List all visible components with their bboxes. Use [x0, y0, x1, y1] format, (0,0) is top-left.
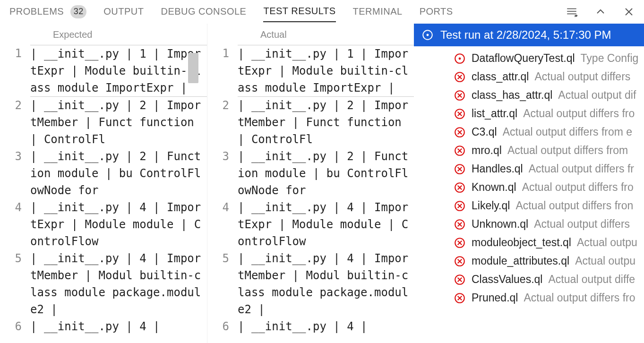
line-number: 4	[0, 199, 30, 250]
tab-terminal[interactable]: TERMINAL	[353, 1, 403, 22]
expected-header: Expected	[0, 24, 207, 45]
test-results-panel: Test run at 2/28/2024, 5:17:30 PM Datafl…	[414, 24, 644, 343]
test-item[interactable]: list_attr.qlActual output differs fro	[414, 104, 644, 123]
test-item[interactable]: class_has_attr.qlActual output dif	[414, 86, 644, 104]
code-row: 1| __init__.py | 1 | ImportExpr | Module…	[0, 45, 207, 97]
test-message: Actual output differs fro	[523, 107, 635, 120]
test-message: Type Config	[581, 52, 639, 65]
svg-point-9	[427, 34, 429, 36]
code-line[interactable]: | __init__.py | 4 | ImportExpr | Module …	[30, 199, 207, 250]
code-line[interactable]: | __init__.py | 1 | ImportExpr | Module …	[30, 45, 207, 97]
test-name: Pruned.ql	[472, 292, 518, 304]
test-message: Actual output differs fr	[529, 163, 634, 175]
test-name: class_has_attr.ql	[472, 89, 552, 102]
test-item[interactable]: ClassValues.qlActual output diffe	[414, 270, 644, 289]
test-message: Actual outpu	[577, 236, 637, 249]
tab-problems-label: PROBLEMS	[9, 6, 64, 16]
line-number: 4	[207, 199, 238, 250]
tab-debug-console[interactable]: DEBUG CONSOLE	[161, 1, 246, 22]
fail-icon	[454, 163, 466, 175]
svg-point-11	[459, 57, 461, 60]
test-name: C3.ql	[472, 126, 497, 138]
line-number: 6	[0, 318, 30, 335]
panel-tab-bar: PROBLEMS 32 OUTPUT DEBUG CONSOLE TEST RE…	[0, 0, 644, 24]
test-item[interactable]: Unknown.qlActual output differs	[414, 215, 644, 233]
code-row: 4| __init__.py | 4 | ImportExpr | Module…	[0, 199, 207, 250]
expected-body[interactable]: 1| __init__.py | 1 | ImportExpr | Module…	[0, 45, 207, 343]
line-number: 3	[0, 148, 30, 199]
code-line[interactable]: | __init__.py | 2 | Function module | bu…	[238, 148, 414, 199]
code-row: 1| __init__.py | 1 | ImportExpr | Module…	[207, 45, 414, 97]
tab-problems[interactable]: PROBLEMS 32	[9, 0, 86, 23]
test-item[interactable]: Likely.qlActual output differs fron	[414, 197, 644, 215]
test-name: Handles.ql	[472, 163, 523, 175]
fail-icon	[454, 218, 466, 231]
error-dot-icon	[454, 52, 466, 65]
code-line[interactable]: | __init__.py | 2 | ImportMember | Funct…	[238, 97, 414, 148]
expected-column: Expected 1| __init__.py | 1 | ImportExpr…	[0, 24, 207, 343]
code-row: 6| __init__.py | 4 |	[207, 318, 414, 335]
test-message: Actual output differs from	[507, 144, 628, 157]
code-row: 5| __init__.py | 4 | ImportMember | Modu…	[0, 250, 207, 318]
test-run-header-label: Test run at 2/28/2024, 5:17:30 PM	[440, 28, 611, 42]
filter-icon[interactable]	[566, 6, 578, 18]
tab-test-results[interactable]: TEST RESULTS	[263, 1, 335, 22]
actual-body[interactable]: 1| __init__.py | 1 | ImportExpr | Module…	[207, 45, 414, 343]
test-name: Known.ql	[472, 181, 516, 194]
test-message: Actual output differs from e	[503, 126, 632, 138]
test-item[interactable]: mro.qlActual output differs from	[414, 141, 644, 160]
actual-header: Actual	[207, 24, 414, 45]
close-icon[interactable]	[623, 6, 635, 17]
test-item[interactable]: Known.qlActual output differs fro	[414, 178, 644, 197]
test-name: class_attr.ql	[472, 70, 529, 83]
test-message: Actual output differs	[534, 218, 630, 231]
line-number: 5	[207, 250, 238, 318]
tab-output[interactable]: OUTPUT	[103, 1, 144, 22]
test-item[interactable]: Handles.qlActual output differs fr	[414, 160, 644, 178]
line-number: 3	[207, 148, 238, 199]
diff-panel: Expected 1| __init__.py | 1 | ImportExpr…	[0, 24, 414, 343]
test-message: Actual outpu	[575, 255, 635, 267]
fail-icon	[454, 108, 466, 120]
test-run-header[interactable]: Test run at 2/28/2024, 5:17:30 PM	[414, 24, 644, 46]
test-name: mro.ql	[472, 144, 502, 157]
test-name: Unknown.ql	[472, 218, 528, 231]
code-line[interactable]: | __init__.py | 4 | ImportMember | Modul…	[238, 250, 414, 318]
test-item[interactable]: DataflowQueryTest.qlType Config	[414, 49, 644, 68]
test-name: DataflowQueryTest.ql	[472, 52, 575, 65]
code-line[interactable]: | __init__.py | 2 | ImportMember | Funct…	[30, 97, 207, 148]
test-item[interactable]: Pruned.qlActual output differs fro	[414, 289, 644, 307]
line-number: 1	[207, 45, 238, 97]
line-number: 5	[0, 250, 30, 318]
test-name: ClassValues.ql	[472, 273, 542, 286]
code-line[interactable]: | __init__.py | 2 | Function module | bu…	[30, 148, 207, 199]
test-item[interactable]: moduleobject_test.qlActual outpu	[414, 233, 644, 252]
test-item[interactable]: C3.qlActual output differs from e	[414, 123, 644, 141]
code-row: 3| __init__.py | 2 | Function module | b…	[0, 148, 207, 199]
test-item[interactable]: module_attributes.qlActual outpu	[414, 252, 644, 270]
fail-icon	[454, 255, 466, 267]
code-row: 4| __init__.py | 4 | ImportExpr | Module…	[207, 199, 414, 250]
test-message: Actual output dif	[558, 89, 636, 102]
tab-ports[interactable]: PORTS	[420, 1, 453, 22]
problems-count-badge: 32	[70, 5, 86, 18]
line-number: 2	[0, 97, 30, 148]
test-message: Actual output differs fro	[524, 292, 635, 304]
code-row: 6| __init__.py | 4 |	[0, 318, 207, 335]
scrollbar-thumb[interactable]	[188, 53, 198, 83]
test-message: Actual output differs	[534, 70, 630, 83]
code-line[interactable]: | __init__.py | 4 |	[30, 318, 207, 335]
fail-icon	[454, 237, 466, 249]
code-line[interactable]: | __init__.py | 4 | ImportMember | Modul…	[30, 250, 207, 318]
collapse-icon[interactable]	[595, 6, 606, 17]
line-number: 2	[207, 97, 238, 148]
test-message: Actual output differs fro	[522, 181, 634, 194]
error-dot-icon	[421, 29, 434, 41]
test-item[interactable]: class_attr.qlActual output differs	[414, 68, 644, 86]
line-number: 6	[207, 318, 238, 335]
fail-icon	[454, 89, 466, 102]
line-number: 1	[0, 45, 30, 97]
code-line[interactable]: | __init__.py | 4 | ImportExpr | Module …	[238, 199, 414, 250]
code-line[interactable]: | __init__.py | 4 |	[238, 318, 414, 335]
code-line[interactable]: | __init__.py | 1 | ImportExpr | Module …	[238, 45, 414, 97]
